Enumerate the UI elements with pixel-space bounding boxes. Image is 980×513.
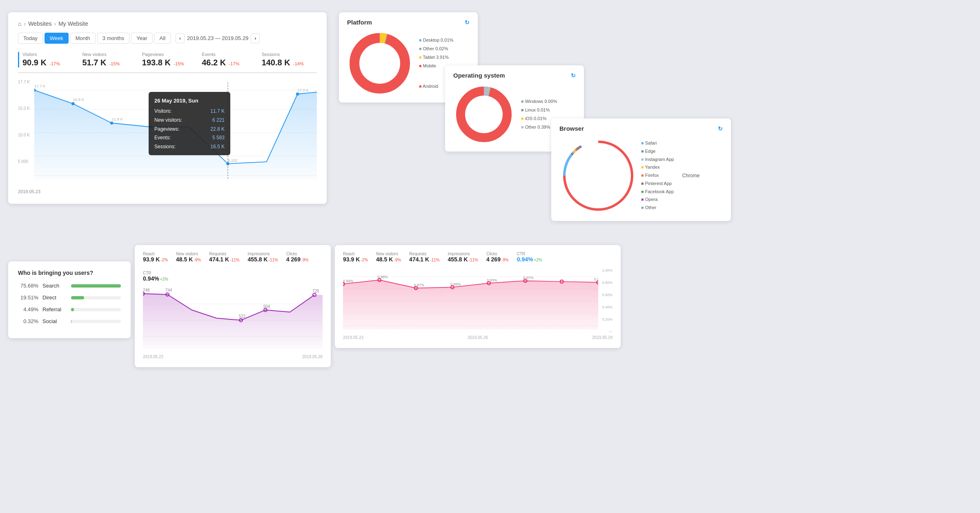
sessions-change: -14% (293, 61, 304, 66)
filter-week[interactable]: Week (45, 33, 69, 44)
traffic-item-search: 75.68% Search (18, 283, 121, 289)
reach-stat-requests: Requests 474.1 K-11% (209, 252, 239, 263)
svg-text:6.332: 6.332 (228, 158, 238, 163)
pageviews-change: -15% (174, 61, 184, 66)
stat-pageviews: Pageviews 193.8 K -15% (138, 52, 197, 67)
reach-chart-svg: 748 744 522 504 726 (143, 288, 323, 353)
search-pct: 75.68% (18, 283, 38, 289)
reach-stat-new-visitors: New visitors 48.5 K-9% (176, 252, 201, 263)
os-refresh-icon[interactable]: ↻ (571, 72, 576, 79)
svg-point-6 (71, 102, 75, 105)
breadcrumb: ⌂ › Websites › My Website (18, 20, 317, 27)
svg-point-38 (566, 143, 631, 208)
social-label: Social (42, 318, 67, 324)
os-donut-svg (453, 84, 514, 145)
nav-prev[interactable]: ‹ (176, 33, 185, 43)
reach-stat-ctr: CTR 0.94%+2% (143, 271, 168, 282)
new-visitors-value: 51.7 K (82, 58, 106, 67)
svg-text:522: 522 (239, 314, 246, 319)
events-value: 46.2 K (202, 58, 226, 67)
ctr-chart-area: 1.00% 0.80% 0.60% 0.40% 0.20% — (343, 268, 612, 334)
search-label: Search (42, 283, 67, 289)
main-analytics-panel: ⌂ › Websites › My Website Today Week Mon… (8, 12, 327, 204)
social-bar (71, 320, 71, 323)
home-icon[interactable]: ⌂ (18, 20, 21, 27)
breadcrumb-site: My Website (58, 20, 88, 27)
date-nav: ‹ 2019.05.23 — 2019.05.29 › (176, 33, 260, 43)
stat-sessions: Sessions 140.8 K -14% (257, 52, 317, 67)
stat-visitors: Visitors 90.9 K -17% (18, 52, 78, 67)
filter-today[interactable]: Today (18, 33, 43, 44)
svg-point-27 (465, 96, 503, 133)
ctr-date-mid: 2019.05.26 (468, 335, 488, 340)
browser-donut-container: ■ Safari ■ Edge ■ Instagram App ■ Yandex… (559, 137, 723, 214)
ctr-stat-reach: Reach 93.9 K-2% (343, 252, 368, 263)
stat-events: Events 46.2 K -17% (197, 52, 257, 67)
svg-text:748: 748 (143, 288, 150, 292)
reach-mini-stats: Reach 93.9 K-2% New visitors 48.5 K-9% R… (143, 252, 323, 282)
traffic-item-direct: 19.51% Direct (18, 294, 121, 301)
browser-chrome-label: Chrome (682, 173, 700, 178)
referral-pct: 4.49% (18, 306, 38, 312)
direct-label: Direct (42, 294, 67, 301)
platform-donut-svg (347, 31, 412, 96)
breadcrumb-websites[interactable]: Websites (28, 20, 51, 27)
filter-year[interactable]: Year (131, 33, 152, 44)
browser-panel: Browser ↻ ■ Safari ■ Edge ■ Instagram Ap… (551, 118, 731, 221)
os-title: Operating system (453, 72, 505, 79)
browser-refresh-icon[interactable]: ↻ (718, 125, 723, 132)
ctr-stat-clicks: Clicks 4 269-9% (486, 252, 509, 263)
new-visitors-change: -15% (109, 61, 120, 66)
platform-title: Platform (347, 19, 372, 26)
y-label-4: 5 000 (18, 159, 34, 164)
stats-row: Visitors 90.9 K -17% New visitors 51.7 K… (18, 52, 317, 73)
traffic-title: Who is bringing you users? (18, 270, 121, 276)
breadcrumb-sep2: › (54, 20, 56, 27)
svg-text:17.0 K: 17.0 K (298, 88, 309, 92)
traffic-item-social: 0.32% Social (18, 318, 121, 324)
direct-bar (71, 296, 84, 299)
ctr-chart-panel: Reach 93.9 K-2% New visitors 48.5 K-9% R… (335, 245, 621, 348)
visitors-change: -17% (49, 61, 60, 66)
pageviews-value: 193.8 K (142, 58, 171, 67)
reach-stat-reach: Reach 93.9 K-2% (143, 252, 168, 263)
reach-stat-impressions: Impressions 455.8 K-11% (248, 252, 278, 263)
svg-text:0.89%: 0.89% (450, 282, 461, 286)
browser-title: Browser (559, 125, 584, 132)
social-pct: 0.32% (18, 318, 38, 324)
breadcrumb-sep1: › (24, 20, 26, 27)
svg-text:726: 726 (312, 289, 319, 293)
reach-date-start: 2019.05.23 (143, 355, 163, 359)
ctr-stat-new-visitors: New visitors 48.5 K-9% (376, 252, 401, 263)
visitors-value: 90.9 K (22, 58, 47, 67)
ctr-date-end: 2019.05.29 (592, 335, 612, 340)
nav-next[interactable]: › (251, 33, 260, 43)
svg-text:0.93%: 0.93% (487, 278, 497, 282)
filter-month[interactable]: Month (70, 33, 96, 44)
filter-3months[interactable]: 3 months (97, 33, 129, 44)
svg-point-22 (359, 43, 400, 84)
date-filter-bar: Today Week Month 3 months Year All ‹ 201… (18, 33, 317, 44)
traffic-source-panel: Who is bringing you users? 75.68% Search… (8, 261, 131, 338)
filter-all[interactable]: All (154, 33, 171, 44)
ctr-chart-svg: 0.94% 0.98% 0.87% 0.89% 0.93% 0.97% 0.96… (343, 268, 598, 334)
browser-legend: ■ Safari ■ Edge ■ Instagram App ■ Yandex… (641, 139, 674, 212)
date-range: 2019.05.23 — 2019.05.29 (187, 35, 248, 41)
svg-text:744: 744 (165, 288, 172, 292)
reach-chart-area: 748 744 522 504 726 (143, 288, 323, 353)
svg-text:0.98%: 0.98% (377, 275, 388, 279)
main-chart-svg: 17.7 K 15.8 K 11.9 K 11.7 K 6.332 17.0 K (34, 80, 317, 186)
main-chart: 17.7 K 15.0 K 10.0 K 5 000 (18, 80, 317, 186)
svg-text:0.87%: 0.87% (414, 283, 424, 287)
referral-label: Referral (42, 306, 67, 312)
reach-date-row: 2019.05.23 2019.05.26 (143, 355, 323, 359)
platform-refresh-icon[interactable]: ↻ (465, 19, 470, 26)
svg-text:0.94%: 0.94% (343, 279, 353, 283)
ctr-stat-impressions: Impressions 455.8 K-11% (448, 252, 478, 263)
ctr-stat-ctr: CTR 0.94%+2% (517, 252, 542, 263)
svg-text:0.97%: 0.97% (523, 276, 533, 280)
svg-text:11.9 K: 11.9 K (112, 117, 123, 121)
y-label-1: 17.7 K (18, 80, 34, 84)
svg-point-7 (110, 122, 114, 125)
browser-donut-svg (559, 137, 637, 214)
